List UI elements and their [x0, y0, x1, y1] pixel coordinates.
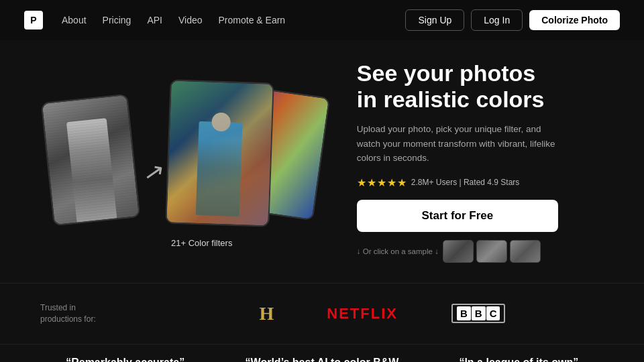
- figure-silhouette: [66, 118, 117, 222]
- arrow-icon: ↗: [142, 157, 167, 188]
- netflix-logo: NETFLIX: [327, 305, 398, 322]
- logo[interactable]: P: [24, 11, 43, 29]
- sample-thumbnails: [443, 240, 541, 263]
- bw-photo-card: [41, 94, 141, 227]
- nav-link-pricing[interactable]: Pricing: [103, 15, 131, 25]
- sample-text: ↓ Or click on a sample ↓: [357, 247, 439, 255]
- bbc-logo: B B C: [451, 304, 506, 323]
- hero-content: See your photosin realistic colors Uploa…: [337, 60, 604, 263]
- sample-thumb-1[interactable]: [443, 240, 474, 263]
- nav-link-about[interactable]: About: [62, 15, 87, 25]
- rating-text: 2.8M+ Users | Rated 4.9 Stars: [411, 178, 520, 187]
- trusted-label: Trusted inproductions for:: [40, 302, 121, 325]
- login-button[interactable]: Log In: [471, 9, 523, 31]
- start-free-button[interactable]: Start for Free: [357, 200, 558, 232]
- hero-images: ↗ 21+ Color filters: [40, 71, 337, 252]
- trusted-logos: H NETFLIX B B C: [161, 303, 604, 324]
- sample-thumb-2[interactable]: [476, 240, 507, 263]
- star-icons: ★★★★★: [357, 176, 407, 189]
- testimonial-quote-2: “World’s best AI to color B&W photos”: [237, 357, 407, 362]
- hero-title: See your photosin realistic colors: [357, 60, 604, 113]
- testimonial-1: “Remarkably accurate” - Kevin Kelly, Fou…: [27, 357, 223, 362]
- testimonial-quote-1: “Remarkably accurate”: [40, 357, 210, 362]
- sample-thumb-3[interactable]: [510, 240, 541, 263]
- color-figure: [196, 121, 243, 217]
- navbar: P About Pricing API Video Promote & Earn…: [0, 0, 644, 40]
- nav-link-video[interactable]: Video: [178, 15, 203, 25]
- hero-subtitle: Upload your photo, pick your unique filt…: [357, 122, 565, 166]
- nav-link-api[interactable]: API: [147, 15, 162, 25]
- nav-actions: Sign Up Log In Colorize Photo: [405, 9, 620, 31]
- hero-section: ↗ 21+ Color filters See your photosin re…: [0, 40, 644, 283]
- colorize-photo-button[interactable]: Colorize Photo: [529, 10, 620, 30]
- rating-row: ★★★★★ 2.8M+ Users | Rated 4.9 Stars: [357, 176, 604, 189]
- color-main-photo-card: [165, 79, 274, 227]
- sample-row: ↓ Or click on a sample ↓: [357, 240, 604, 263]
- nav-links: About Pricing API Video Promote & Earn: [62, 15, 405, 25]
- testimonial-quote-3: “In a league of its own”: [434, 357, 604, 362]
- trusted-section: Trusted inproductions for: H NETFLIX B B…: [0, 283, 644, 344]
- testimonial-3: “In a league of its own” - Bycloud, AI E…: [421, 357, 617, 362]
- signup-button[interactable]: Sign Up: [405, 9, 464, 31]
- history-channel-logo: H: [260, 303, 274, 324]
- testimonials-section: “Remarkably accurate” - Kevin Kelly, Fou…: [0, 344, 644, 362]
- color-filters-label: 21+ Color filters: [171, 238, 232, 248]
- testimonial-2: “World’s best AI to color B&W photos” - …: [223, 357, 420, 362]
- nav-link-promote[interactable]: Promote & Earn: [219, 15, 286, 25]
